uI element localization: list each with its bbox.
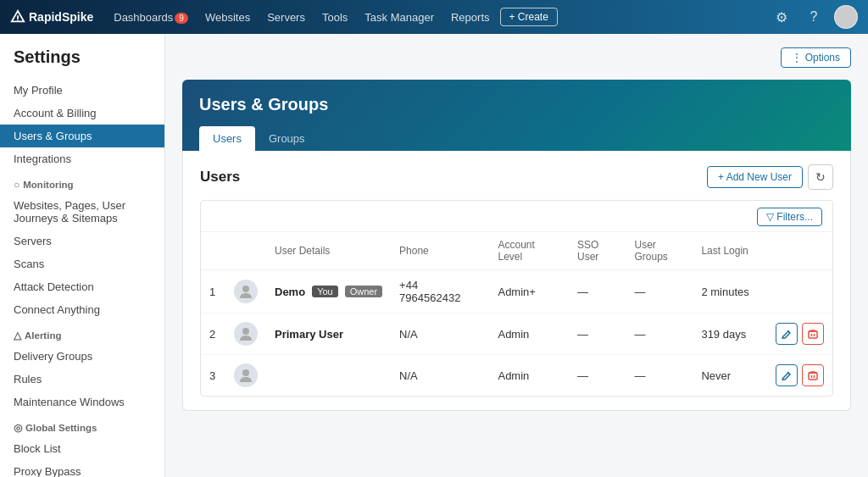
row-sso: — xyxy=(569,313,626,355)
users-table: User Details Phone Account Level SSO Use… xyxy=(201,232,832,396)
sidebar-item-integrations[interactable]: Integrations xyxy=(0,147,164,170)
user-avatar xyxy=(234,280,258,303)
sidebar-item-users-groups[interactable]: Users & Groups xyxy=(0,125,164,147)
nav-tools[interactable]: Tools xyxy=(315,8,354,27)
top-nav: RapidSpike Dashboards9 Websites Servers … xyxy=(0,0,868,34)
svg-point-3 xyxy=(242,286,249,292)
settings-icon-btn[interactable]: ⚙ xyxy=(770,5,793,29)
row-user-details xyxy=(266,355,391,397)
sidebar-item-block-list[interactable]: Block List xyxy=(0,437,164,460)
refresh-button[interactable]: ↻ xyxy=(808,164,833,190)
sidebar-section-global: ◎ Global Settings xyxy=(0,413,164,437)
logo[interactable]: RapidSpike xyxy=(10,9,93,25)
sidebar-title: Settings xyxy=(0,47,164,79)
sidebar-item-maintenance-windows[interactable]: Maintenance Windows xyxy=(0,391,164,413)
sidebar-item-scans[interactable]: Scans xyxy=(0,252,164,275)
nav-dashboards[interactable]: Dashboards9 xyxy=(107,8,195,27)
row-phone: +44 7964562432 xyxy=(391,270,489,313)
row-sso: — xyxy=(569,355,626,397)
filters-button[interactable]: ▽ Filters... xyxy=(757,208,822,226)
row-num: 1 xyxy=(201,270,225,313)
svg-point-6 xyxy=(242,369,249,376)
table-row: 3N/AAdmin——Never xyxy=(201,355,832,397)
options-button[interactable]: ⋮ Options xyxy=(781,47,851,68)
row-groups: — xyxy=(626,270,693,313)
sidebar-item-proxy-bypass[interactable]: Proxy Bypass xyxy=(0,460,164,477)
sidebar-item-rules[interactable]: Rules xyxy=(0,368,164,391)
users-header: Users + Add New User ↻ xyxy=(200,164,833,190)
sidebar-item-delivery-groups[interactable]: Delivery Groups xyxy=(0,345,164,368)
row-sso: — xyxy=(569,270,626,313)
th-phone: Phone xyxy=(391,232,489,270)
sidebar-item-websites-monitoring[interactable]: Websites, Pages, User Journeys & Sitemap… xyxy=(0,194,164,230)
sidebar-item-attack-detection[interactable]: Attack Detection xyxy=(0,275,164,298)
th-user-details: User Details xyxy=(266,232,391,270)
sidebar-item-my-profile[interactable]: My Profile xyxy=(0,79,164,102)
nav-right: ⚙ ? xyxy=(770,5,858,29)
add-user-button[interactable]: + Add New User xyxy=(707,166,803,188)
monitor-icon: ○ xyxy=(14,179,19,191)
tab-groups[interactable]: Groups xyxy=(255,126,319,151)
users-section: Users + Add New User ↻ ▽ Filters... User… xyxy=(182,151,851,411)
main-content: ⋮ Options Users & Groups Users Groups Us… xyxy=(165,34,868,477)
action-buttons xyxy=(776,323,824,345)
user-avatar xyxy=(234,322,258,346)
row-groups: — xyxy=(626,355,693,397)
sidebar-section-monitoring: ○ Monitoring xyxy=(0,170,164,194)
logo-text: RapidSpike xyxy=(29,10,93,24)
avatar[interactable] xyxy=(834,5,858,29)
sidebar-item-account-billing[interactable]: Account & Billing xyxy=(0,102,164,125)
row-account-level: Admin+ xyxy=(489,270,569,313)
edit-user-button[interactable] xyxy=(776,364,798,386)
global-settings-label: Global Settings xyxy=(25,423,97,433)
delete-user-button[interactable] xyxy=(802,323,824,345)
nav-servers[interactable]: Servers xyxy=(260,8,312,27)
row-groups: — xyxy=(626,313,693,355)
row-account-level: Admin xyxy=(489,355,569,397)
create-button[interactable]: + Create xyxy=(500,8,558,26)
nav-reports[interactable]: Reports xyxy=(444,8,497,27)
th-last-login: Last Login xyxy=(693,232,767,270)
th-actions xyxy=(767,232,832,270)
svg-rect-5 xyxy=(809,331,817,338)
action-buttons xyxy=(776,364,824,386)
table-row: 2Primary UserN/AAdmin——319 days xyxy=(201,313,832,355)
logo-icon xyxy=(10,9,25,25)
table-row: 1DemoYouOwner+44 7964562432Admin+——2 min… xyxy=(201,270,832,313)
help-icon-btn[interactable]: ? xyxy=(802,5,826,29)
row-actions xyxy=(767,355,832,397)
nav-taskmanager[interactable]: Task Manager xyxy=(358,8,441,27)
monitoring-label: Monitoring xyxy=(23,180,73,190)
nav-links: Dashboards9 Websites Servers Tools Task … xyxy=(107,8,756,27)
users-section-title: Users xyxy=(200,169,240,186)
badge-you: You xyxy=(312,286,338,297)
delete-user-button[interactable] xyxy=(802,364,824,386)
nav-websites[interactable]: Websites xyxy=(198,8,257,27)
row-actions xyxy=(767,270,832,313)
alerting-label: Alerting xyxy=(25,330,61,341)
sidebar-item-connect-anything[interactable]: Connect Anything xyxy=(0,298,164,321)
th-account-level: Account Level xyxy=(489,232,569,270)
th-num xyxy=(201,232,225,270)
users-actions: + Add New User ↻ xyxy=(707,164,833,190)
edit-user-button[interactable] xyxy=(776,323,798,345)
user-avatar xyxy=(234,363,258,387)
tab-users[interactable]: Users xyxy=(199,126,255,151)
row-avatar-cell xyxy=(225,270,266,313)
row-user-details: Primary User xyxy=(266,313,391,355)
row-last-login: 319 days xyxy=(693,313,767,355)
filters-bar: ▽ Filters... xyxy=(201,201,832,232)
row-phone: N/A xyxy=(391,355,489,397)
ug-tabs: Users Groups xyxy=(199,126,834,151)
row-avatar-cell xyxy=(225,355,266,397)
user-name: Primary User xyxy=(275,328,343,341)
row-avatar-cell xyxy=(225,313,266,355)
svg-point-4 xyxy=(242,328,249,335)
svg-point-2 xyxy=(17,19,19,21)
sidebar-item-servers-monitoring[interactable]: Servers xyxy=(0,230,164,252)
row-num: 3 xyxy=(201,355,225,397)
row-user-details: DemoYouOwner xyxy=(266,270,391,313)
ug-card-title: Users & Groups xyxy=(199,95,834,114)
badge-owner: Owner xyxy=(345,286,382,297)
ug-card: Users & Groups Users Groups xyxy=(182,80,851,151)
